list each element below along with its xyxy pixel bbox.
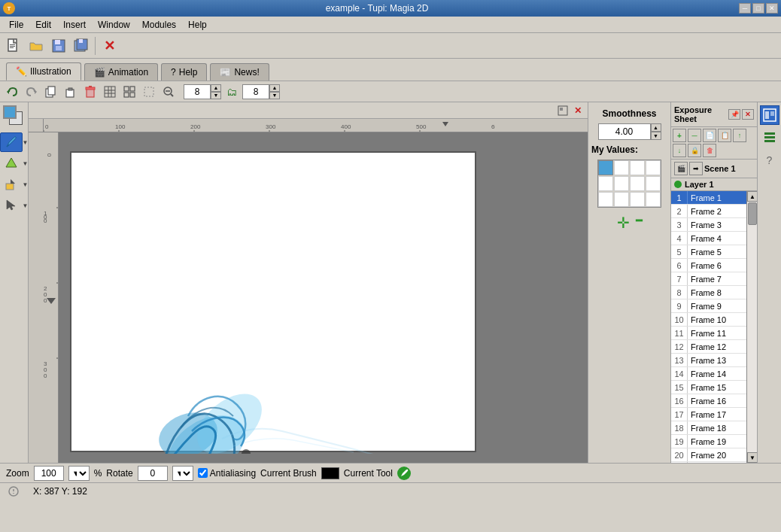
layers-icon-btn[interactable]: 🗂 [223, 83, 241, 101]
close-file-button[interactable]: ✕ [99, 35, 120, 56]
grid-button[interactable] [101, 83, 119, 101]
rotate-select[interactable]: ▼ [172, 466, 193, 481]
pen-tool-arrow[interactable]: ▼ [23, 139, 29, 146]
maximize-button[interactable]: □ [752, 3, 764, 14]
frame-row-8[interactable]: 8 Frame 8 [671, 286, 746, 299]
zoom-out-button[interactable] [160, 83, 178, 101]
foreground-color[interactable] [3, 105, 17, 119]
frame-row-9[interactable]: 9 Frame 9 [671, 299, 746, 313]
new-button[interactable] [3, 35, 24, 56]
frame-row-15[interactable]: 15 Frame 15 [671, 381, 746, 394]
tab-news[interactable]: 📰 News! [210, 63, 269, 81]
scene-cam-btn[interactable]: 🎬 [674, 162, 688, 175]
save-button[interactable] [48, 35, 69, 56]
color-cell-8[interactable] [598, 192, 613, 207]
color-cell-5[interactable] [614, 176, 629, 191]
frame-row-2[interactable]: 2 Frame 2 [671, 205, 746, 218]
canvas-restore-button[interactable] [556, 104, 570, 117]
scene-arr-btn[interactable]: ➡ [689, 162, 703, 175]
exp-copy-btn[interactable]: 📄 [703, 129, 716, 142]
minimize-button[interactable]: ─ [739, 3, 751, 14]
copy-button[interactable] [42, 83, 60, 101]
shape-tool-arrow[interactable]: ▼ [23, 160, 29, 167]
exp-down-btn[interactable]: ↓ [673, 144, 686, 157]
select-tool-arrow[interactable]: ▼ [23, 202, 29, 209]
scroll-down-button[interactable]: ▼ [747, 452, 757, 463]
frame-row-11[interactable]: 11 Frame 11 [671, 327, 746, 340]
color-cell-6[interactable] [630, 176, 645, 191]
layer-spin-down-1[interactable]: ▼ [211, 92, 221, 99]
menu-modules[interactable]: Modules [136, 18, 182, 32]
frame-row-6[interactable]: 6 Frame 6 [671, 259, 746, 272]
color-cell-10[interactable] [630, 192, 645, 207]
color-cell-0[interactable] [598, 160, 613, 175]
smoothness-down[interactable]: ▼ [651, 132, 661, 140]
fill-tool-button[interactable] [0, 175, 23, 194]
exposure-close-button[interactable]: ✕ [742, 109, 754, 120]
scroll-up-button[interactable]: ▲ [747, 191, 757, 202]
frame-row-17[interactable]: 17 Frame 17 [671, 408, 746, 421]
layer-spinner-2[interactable]: ▲ ▼ [242, 84, 280, 99]
color-cell-2[interactable] [630, 160, 645, 175]
frame-row-12[interactable]: 12 Frame 12 [671, 340, 746, 354]
smoothness-input[interactable] [598, 123, 651, 140]
frame-row-5[interactable]: 5 Frame 5 [671, 245, 746, 259]
menu-edit[interactable]: Edit [29, 18, 57, 32]
frame-row-16[interactable]: 16 Frame 16 [671, 394, 746, 408]
exp-up-btn[interactable]: ↑ [733, 129, 746, 142]
color-cell-4[interactable] [598, 176, 613, 191]
drawing-area[interactable] [59, 132, 588, 463]
exp-lock-btn[interactable]: 🔒 [688, 144, 701, 157]
color-cell-9[interactable] [614, 192, 629, 207]
frame-row-18[interactable]: 18 Frame 18 [671, 421, 746, 435]
menu-file[interactable]: File [3, 18, 29, 32]
frame-row-20[interactable]: 20 Frame 20 [671, 448, 746, 462]
properties-btn[interactable] [760, 128, 779, 147]
exposure-active-btn[interactable] [760, 105, 779, 125]
exposure-pin-button[interactable]: 📌 [728, 109, 740, 120]
frame-row-13[interactable]: 13 Frame 13 [671, 354, 746, 367]
add-color-button[interactable]: ✛ [617, 215, 630, 230]
layer-spin-up-1[interactable]: ▲ [211, 84, 221, 92]
redo-button[interactable] [23, 83, 41, 101]
tab-help[interactable]: ? Help [161, 63, 207, 81]
canvas-close-button[interactable]: ✕ [571, 104, 585, 117]
frame-row-19[interactable]: 19 Frame 19 [671, 435, 746, 448]
frame-row-21[interactable]: 21 Frame 21 [671, 462, 746, 463]
frame-row-14[interactable]: 14 Frame 14 [671, 367, 746, 381]
fill-tool-arrow[interactable]: ▼ [23, 181, 29, 188]
frame-row-4[interactable]: 4 Frame 4 [671, 232, 746, 245]
saveall-button[interactable] [71, 35, 92, 56]
exp-paste-btn[interactable]: 📋 [718, 129, 731, 142]
remove-color-button[interactable]: ━ [636, 215, 642, 230]
zoom-select[interactable]: ▼ [68, 466, 90, 481]
ungroup-button[interactable] [140, 83, 158, 101]
group-button[interactable] [120, 83, 138, 101]
rotate-input[interactable] [138, 466, 168, 481]
exp-remove-btn[interactable]: ─ [688, 129, 701, 142]
antialias-checkbox[interactable] [198, 468, 208, 478]
shape-tool-button[interactable] [0, 154, 23, 173]
zoom-input[interactable] [34, 466, 64, 481]
layer-spin-input-1[interactable] [184, 84, 211, 99]
frame-row-7[interactable]: 7 Frame 7 [671, 272, 746, 286]
exp-add-btn[interactable]: + [673, 129, 686, 142]
scroll-thumb[interactable] [748, 202, 757, 225]
frame-row-10[interactable]: 10 Frame 10 [671, 313, 746, 327]
frame-row-3[interactable]: 3 Frame 3 [671, 218, 746, 232]
layer-spin-up-2[interactable]: ▲ [269, 84, 280, 92]
color-cell-11[interactable] [646, 192, 661, 207]
menu-help[interactable]: Help [182, 18, 213, 32]
help-btn[interactable]: ? [760, 150, 779, 170]
layer-spinner-1[interactable]: ▲ ▼ [184, 84, 221, 99]
tab-animation[interactable]: 🎬 Animation [84, 63, 158, 81]
smoothness-up[interactable]: ▲ [651, 123, 661, 132]
layer-spin-input-2[interactable] [242, 84, 269, 99]
menu-insert[interactable]: Insert [57, 18, 92, 32]
drawing-canvas[interactable] [70, 151, 476, 452]
exp-del-btn[interactable]: 🗑 [703, 144, 716, 157]
menu-window[interactable]: Window [92, 18, 136, 32]
layer-spin-down-2[interactable]: ▼ [269, 92, 280, 99]
delete-button[interactable] [81, 83, 99, 101]
tab-illustration[interactable]: ✏️ Illustration [6, 62, 81, 81]
